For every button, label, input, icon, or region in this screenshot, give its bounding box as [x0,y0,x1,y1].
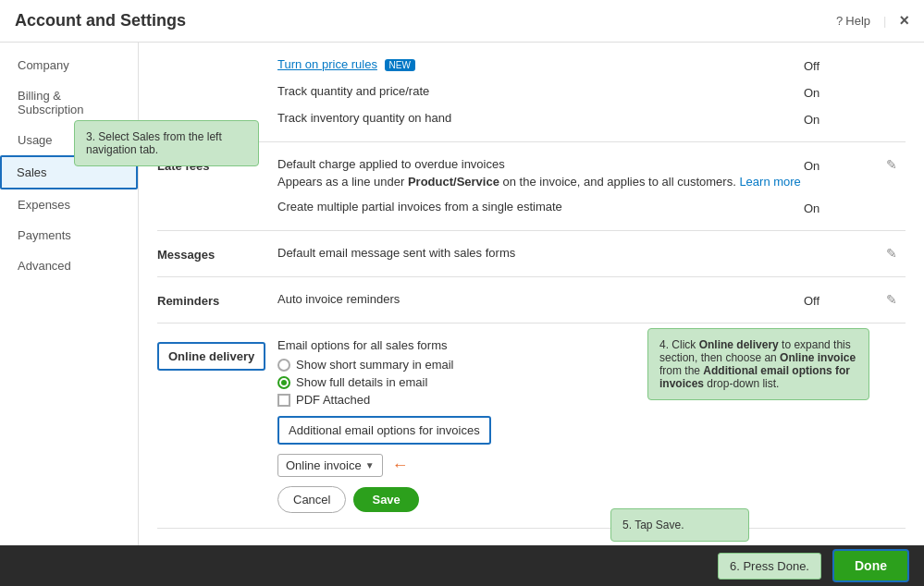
online-delivery-button[interactable]: Online delivery [157,342,265,371]
products-section: Turn on price rules NEW Off Track quanti… [157,43,906,142]
statements-section: Statements Show aging table at bottom of… [157,529,906,545]
invoice-dropdown-row: Online invoice ▼ ← [277,454,804,477]
price-rules-row: Turn on price rules NEW Off [157,52,906,79]
additional-options-box: Additional email options for invoices [277,416,491,445]
sidebar-item-advanced[interactable]: Advanced [0,250,138,281]
help-icon: ? [836,14,843,28]
late-fees-edit-icon[interactable]: ✎ [886,157,897,172]
short-summary-radio-dot [277,359,290,372]
sidebar-item-expenses[interactable]: Expenses [0,189,138,220]
reminders-row: Reminders Auto invoice reminders Off ✎ [157,287,906,313]
pdf-checkbox-box [277,394,290,407]
arrow-indicator-icon: ← [392,456,409,475]
price-rules-link[interactable]: Turn on price rules [277,57,377,71]
tooltip-save: 5. Tap Save. [610,508,749,542]
reminders-text: Auto invoice reminders [277,292,400,306]
new-badge: NEW [385,59,415,71]
track-inventory-label: Track inventory quantity on hand [277,111,451,125]
sidebar: Company Billing & Subscription Usage Sal… [0,43,139,545]
tooltip-sales-nav: 3. Select Sales from the left navigation… [74,120,259,166]
late-fees-subtext: Appears as a line under Product/Service … [277,175,804,189]
content-area: Company Billing & Subscription Usage Sal… [0,43,924,545]
messages-label: Messages [157,248,215,262]
statements-text: Show aging table at bottom of stat... [277,543,469,545]
online-delivery-section: Online delivery Email options for all sa… [157,324,906,529]
reminders-status: Off [804,294,819,308]
dropdown-arrow-icon: ▼ [365,460,375,470]
main-content: Turn on price rules NEW Off Track quanti… [139,43,924,545]
header-actions: ? Help | × [836,11,909,31]
partial-invoices-text: Create multiple partial invoices from a … [277,200,562,214]
messages-text: Default email message sent with sales fo… [277,246,515,260]
partial-invoices-row: Create multiple partial invoices from a … [157,194,906,221]
tooltip2-text: 4. Click Online delivery to expand this … [659,338,856,390]
messages-row: Messages Default email message sent with… [157,240,906,267]
messages-section: Messages Default email message sent with… [157,231,906,277]
track-inventory-status: On [804,113,819,127]
sidebar-item-payments[interactable]: Payments [0,220,138,250]
late-fees-text: Default charge applied to overdue invoic… [277,157,804,171]
late-fees-row: Late fees Default charge applied to over… [157,152,906,194]
statements-edit-icon[interactable]: ✎ [886,543,897,545]
tooltip-online-delivery: 4. Click Online delivery to expand this … [647,328,869,400]
close-button[interactable]: × [899,11,909,31]
reminders-section: Reminders Auto invoice reminders Off ✎ [157,277,906,324]
bottom-bar: 6. Press Done. Done [0,545,924,586]
page-title: Account and Settings [15,11,836,31]
sidebar-item-company[interactable]: Company [0,50,138,80]
late-fees-status: On [804,159,819,173]
learn-more-link[interactable]: Learn more [739,175,800,189]
track-quantity-row: Track quantity and price/rate On [157,79,906,105]
price-rules-status: Off [804,59,819,73]
statements-row: Statements Show aging table at bottom of… [157,538,906,545]
track-qty-label: Track quantity and price/rate [277,84,429,98]
tooltip3-text: 5. Tap Save. [622,519,684,531]
done-button[interactable]: Done [832,549,909,582]
partial-invoices-status: On [804,201,819,215]
sidebar-item-billing[interactable]: Billing & Subscription [0,80,138,125]
late-fees-section: Late fees Default charge applied to over… [157,142,906,231]
reminders-edit-icon[interactable]: ✎ [886,292,897,307]
cancel-button[interactable]: Cancel [277,486,346,513]
invoice-type-dropdown[interactable]: Online invoice ▼ [277,454,383,477]
reminders-label: Reminders [157,294,219,308]
tooltip-done: 6. Press Done. [718,553,821,580]
track-qty-status: On [804,86,819,100]
track-inventory-row: Track inventory quantity on hand On [157,105,906,132]
save-button[interactable]: Save [353,487,418,512]
header: Account and Settings ? Help | × [0,0,924,43]
full-details-radio-dot [277,376,290,389]
help-button[interactable]: ? Help [836,14,870,28]
messages-edit-icon[interactable]: ✎ [886,246,897,261]
